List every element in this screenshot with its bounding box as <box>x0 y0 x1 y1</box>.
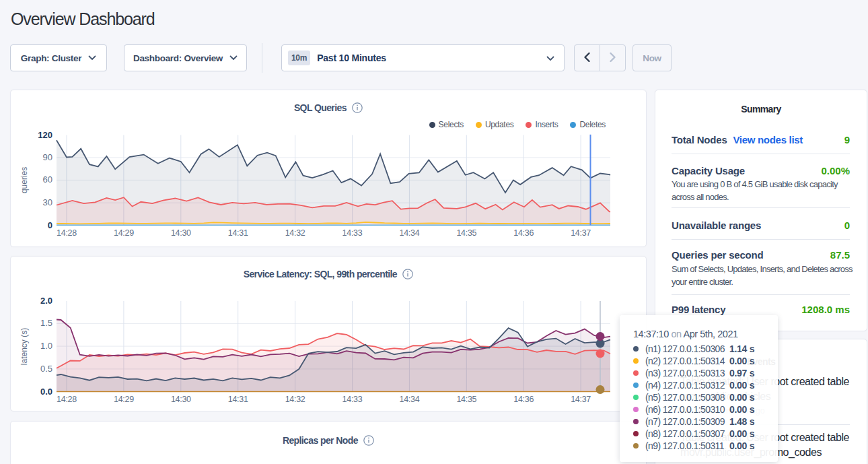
svg-text:14:30: 14:30 <box>171 228 191 238</box>
svg-text:14:37: 14:37 <box>571 395 591 404</box>
svg-text:14:34: 14:34 <box>400 395 420 404</box>
svg-text:2.0: 2.0 <box>40 296 52 306</box>
svg-text:14:33: 14:33 <box>342 395 363 404</box>
svg-text:14:35: 14:35 <box>456 228 476 238</box>
svg-text:120: 120 <box>38 130 52 140</box>
svg-text:60: 60 <box>43 174 52 185</box>
svg-text:0.5: 0.5 <box>40 364 52 374</box>
svg-text:14:32: 14:32 <box>285 228 305 238</box>
svg-text:14:32: 14:32 <box>285 395 305 404</box>
svg-text:14:33: 14:33 <box>342 228 363 238</box>
svg-text:30: 30 <box>43 197 52 207</box>
svg-text:queries: queries <box>20 167 29 193</box>
svg-text:14:35: 14:35 <box>456 395 476 404</box>
svg-text:14:31: 14:31 <box>228 228 248 238</box>
svg-text:14:29: 14:29 <box>114 395 134 404</box>
svg-text:14:28: 14:28 <box>57 395 77 404</box>
svg-text:14:34: 14:34 <box>400 228 420 238</box>
svg-text:14:28: 14:28 <box>57 228 77 238</box>
svg-text:latency (s): latency (s) <box>20 328 29 365</box>
svg-text:14:30: 14:30 <box>171 395 191 404</box>
svg-text:1.5: 1.5 <box>40 318 52 328</box>
svg-text:14:37: 14:37 <box>571 228 591 238</box>
svg-text:0.0: 0.0 <box>40 387 52 397</box>
svg-text:0: 0 <box>48 220 52 230</box>
svg-text:14:29: 14:29 <box>114 228 134 238</box>
svg-text:14:31: 14:31 <box>228 395 248 404</box>
svg-text:90: 90 <box>43 152 52 162</box>
svg-text:14:36: 14:36 <box>513 395 534 404</box>
svg-text:1.0: 1.0 <box>40 341 52 351</box>
svg-text:14:36: 14:36 <box>513 228 534 238</box>
